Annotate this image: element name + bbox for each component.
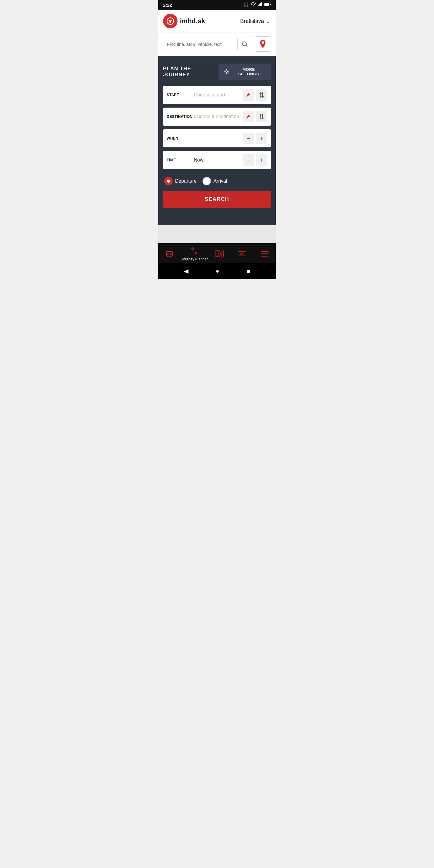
signal-icon (258, 2, 262, 7)
battery-icon (264, 2, 271, 7)
start-value: Choose a start (194, 92, 243, 98)
svg-rect-4 (261, 2, 262, 6)
main-area: PLAN THE JOURNEY MORE SETTINGS START Cho… (158, 56, 276, 225)
destination-location-button[interactable] (243, 111, 254, 122)
back-button[interactable]: ◀ (184, 267, 188, 275)
search-bar-area (158, 33, 276, 56)
destination-label: DESTINATION (167, 115, 194, 119)
time-value: Now (194, 157, 243, 163)
city-name: Bratislava (240, 18, 264, 24)
navigation-arrow-icon (246, 114, 251, 119)
svg-rect-3 (260, 3, 261, 6)
search-journey-button[interactable]: SEARCH (163, 191, 271, 208)
time-plus-button[interactable]: + (256, 154, 267, 166)
destination-swap-button[interactable] (256, 111, 267, 122)
map-icon (215, 250, 224, 258)
when-label: WHEN (167, 136, 194, 141)
headphones-icon: 🎧 (244, 2, 249, 7)
header: imhd.sk Bratislava ⌄ (158, 10, 276, 33)
navigation-arrow-icon (246, 92, 251, 98)
android-nav-bar: ◀ ● ■ (158, 263, 276, 279)
ticket-icon (238, 250, 247, 258)
logo-icon (163, 14, 178, 28)
swap-icon (259, 114, 264, 119)
city-selector[interactable]: Bratislava ⌄ (240, 18, 271, 25)
wifi-icon (250, 2, 256, 7)
start-location-button[interactable] (243, 89, 254, 101)
svg-rect-14 (166, 251, 173, 256)
section-header: PLAN THE JOURNEY MORE SETTINGS (163, 64, 271, 80)
time-minus-button[interactable]: − (243, 154, 254, 166)
svg-point-17 (170, 256, 172, 257)
swap-icon (259, 92, 264, 98)
arrival-label: Arrival (213, 179, 227, 184)
svg-rect-21 (170, 254, 172, 255)
svg-rect-2 (259, 4, 260, 6)
arrival-radio-item[interactable]: Arrival (203, 177, 227, 185)
start-swap-button[interactable] (256, 89, 267, 101)
gray-spacer (158, 225, 276, 243)
start-field-row[interactable]: START Choose a start (163, 86, 271, 104)
bottom-nav: Journey Planner (158, 243, 276, 263)
time-label: TIME (167, 158, 194, 162)
svg-rect-20 (167, 254, 168, 255)
when-plus-button[interactable]: + (256, 133, 267, 144)
status-icons: 🎧 (244, 2, 271, 7)
svg-rect-26 (238, 252, 246, 256)
svg-point-9 (169, 21, 171, 23)
destination-field-actions (243, 111, 267, 122)
status-time: 2:22 (163, 2, 172, 7)
radio-row: Departure Arrival (163, 173, 271, 190)
logo-area: imhd.sk (163, 14, 205, 28)
svg-point-13 (226, 71, 227, 73)
time-field-row[interactable]: TIME Now − + (163, 151, 271, 169)
svg-point-0 (253, 5, 254, 6)
start-field-actions (243, 89, 267, 101)
destination-value: Choose a destination (194, 114, 243, 119)
location-button[interactable] (255, 36, 271, 52)
search-button[interactable] (237, 38, 252, 50)
when-minus-button[interactable]: − (243, 133, 254, 144)
departure-label: Departure (175, 179, 196, 184)
logo-text: imhd.sk (180, 17, 205, 25)
start-label: START (167, 93, 194, 97)
svg-point-22 (192, 248, 193, 250)
departure-radio-circle (164, 177, 173, 185)
nav-item-menu[interactable] (254, 250, 275, 257)
more-settings-button[interactable]: MORE SETTINGS (218, 64, 271, 80)
nav-item-bus[interactable] (159, 250, 180, 258)
time-field-actions: − + (243, 154, 267, 166)
settings-icon (224, 69, 229, 74)
plan-journey-title: PLAN THE JOURNEY (163, 66, 218, 78)
destination-field-row[interactable]: DESTINATION Choose a destination (163, 107, 271, 126)
bus-icon (165, 250, 174, 258)
search-icon (242, 41, 248, 47)
when-field-row[interactable]: WHEN − + (163, 129, 271, 147)
nav-item-map[interactable] (209, 250, 230, 258)
arrival-radio-circle (203, 177, 211, 185)
svg-rect-1 (258, 5, 258, 6)
nav-item-tickets[interactable] (231, 250, 253, 258)
nav-item-journey-planner[interactable]: Journey Planner (181, 246, 208, 261)
svg-point-16 (167, 256, 168, 257)
when-field-actions: − + (243, 133, 267, 144)
search-input-wrap (163, 38, 252, 50)
recent-button[interactable]: ■ (247, 268, 250, 275)
status-bar: 2:22 🎧 (158, 0, 276, 10)
svg-rect-7 (270, 4, 271, 5)
menu-icon (260, 250, 269, 257)
route-icon (190, 246, 198, 256)
chevron-down-icon: ⌄ (266, 18, 271, 25)
svg-line-11 (246, 45, 247, 47)
svg-point-12 (261, 41, 264, 44)
departure-radio-item[interactable]: Departure (164, 177, 196, 185)
svg-rect-6 (265, 3, 269, 6)
search-input[interactable] (163, 38, 237, 50)
journey-planner-nav-label: Journey Planner (181, 257, 208, 261)
pin-icon (258, 39, 267, 49)
home-button[interactable]: ● (216, 268, 219, 275)
